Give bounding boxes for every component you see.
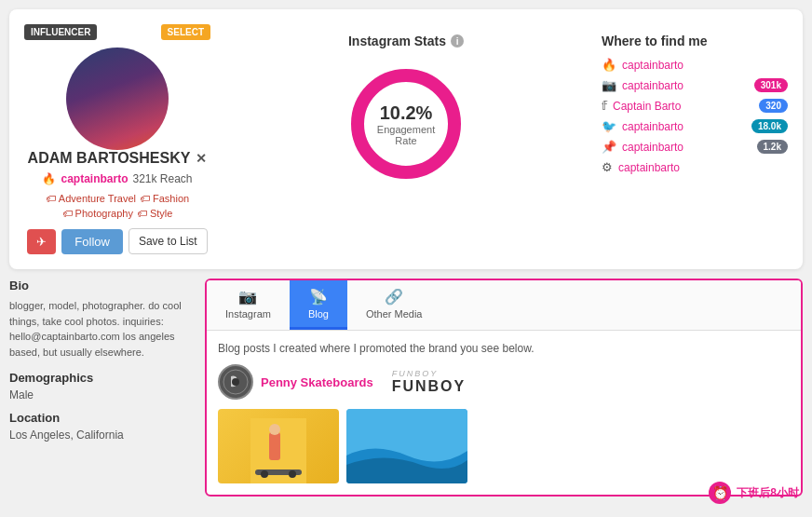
profile-column: INFLUENCER SELECT ADAM BARTOSHESKY ✕ 🔥 c… [24,24,210,254]
blog-image-yellow [218,409,339,483]
fire-icon: 🔥 [42,172,56,185]
social-row-facebook: 𝕗 Captain Barto 320 [602,99,788,113]
bookmark-icon: 🏷 [46,193,56,204]
watermark-icon: ⏰ [709,482,731,504]
instagram-handle-link[interactable]: captainbarto [61,172,128,185]
bio-column: Bio blogger, model, photographer. do coo… [9,279,205,497]
close-icon[interactable]: ✕ [196,151,207,166]
profile-name: ADAM BARTOSHESKY ✕ [28,150,208,167]
watermark-text: 下班后8小时 [737,485,799,501]
find-title: Where to find me [602,34,788,48]
blog-images-row [218,409,790,483]
bookmark-icon: 🏷 [62,208,73,219]
twitter-social-icon: 🐦 [602,119,616,133]
penny-logo [218,364,253,400]
penny-brand-name: Penny Skateboards [261,375,373,389]
tags-row: 🏷 Adventure Travel 🏷 Fashion 🏷 Photograp… [24,193,210,219]
tab-blog[interactable]: 📡 Blog [290,280,347,330]
bookmark-icon: 🏷 [137,208,147,219]
tabs-row: 📷 Instagram 📡 Blog 🔗 Other Media [207,280,801,331]
svg-point-3 [232,378,239,386]
select-badge: SELECT [161,24,210,40]
social-row-twitter: 🐦 captainbarto 18.0k [602,119,788,133]
svg-point-6 [261,470,268,478]
brand-funboy: FUNBOY FUNBOY [392,364,467,400]
other-media-tab-icon: 🔗 [385,288,403,306]
instagram-tab-label: Instagram [225,308,271,320]
tab-content: Blog posts I created where I promoted th… [207,331,801,495]
follow-button[interactable]: Follow [61,229,123,254]
blog-image-1 [218,409,339,483]
facebook-count-badge: 320 [759,99,788,113]
location-title: Location [9,411,190,425]
instagram-social-icon: 📷 [602,78,616,92]
social-link-other[interactable]: captainbarto [618,161,788,174]
blog-description: Blog posts I created where I promoted th… [218,342,790,355]
actions-row: ✈ Follow Save to List [27,228,207,254]
find-column: Where to find me 🔥 captainbarto 📷 captai… [602,24,788,181]
blog-image-2 [346,409,467,483]
profile-handle-row: 🔥 captainbarto 321k Reach [42,172,192,185]
funboy-small-text: FUNBOY [392,369,439,378]
avatar [66,48,169,150]
funboy-large-text: FUNBOY [392,378,467,395]
stats-column: Instagram Stats i 10.2% EngagementRate [229,24,583,184]
svg-rect-8 [269,432,280,460]
info-icon[interactable]: i [451,34,464,48]
engagement-label: EngagementRate [377,124,435,146]
bio-text: blogger, model, photographer. do cool th… [9,298,190,360]
social-row-pinterest: 📌 captainbarto 1.2k [602,140,788,154]
brand-row: Penny Skateboards FUNBOY FUNBOY [218,364,790,400]
instagram-tab-icon: 📷 [238,288,257,306]
engagement-percent: 10.2% [377,102,435,124]
bookmark-icon: 🏷 [140,193,150,204]
telegram-button[interactable]: ✈ [27,229,56,254]
engagement-donut: 10.2% EngagementRate [345,63,467,184]
social-link-pinterest[interactable]: captainbarto [622,141,751,154]
social-row-instagram-fire: 🔥 captainbarto [602,58,788,72]
brand-penny: Penny Skateboards [218,364,373,400]
instagram-count-badge: 301k [754,78,788,92]
pinterest-social-icon: 📌 [602,140,616,154]
save-to-list-button[interactable]: Save to List [129,228,208,254]
watermark: ⏰ 下班后8小时 [709,482,799,504]
reach-text: 321k Reach [132,172,192,185]
influencer-badge: INFLUENCER [24,24,97,40]
fire-social-icon: 🔥 [602,58,616,72]
tab-other-media[interactable]: 🔗 Other Media [347,280,441,330]
social-row-other: ⚙ captainbarto [602,160,788,174]
twitter-count-badge: 18.0k [751,119,788,133]
location-value: Los Angeles, California [9,429,190,442]
blog-image-blue [346,409,467,483]
tag-adventure-travel: 🏷 Adventure Travel [46,193,136,204]
bio-title: Bio [9,279,190,293]
profile-card: INFLUENCER SELECT ADAM BARTOSHESKY ✕ 🔥 c… [9,9,803,269]
stats-title: Instagram Stats i [348,34,464,48]
demographics-title: Demographics [9,371,190,385]
tag-style: 🏷 Style [137,208,172,219]
social-row-instagram: 📷 captainbarto 301k [602,78,788,92]
facebook-social-icon: 𝕗 [602,99,607,113]
social-link-fire[interactable]: captainbarto [622,59,788,72]
donut-text: 10.2% EngagementRate [377,102,435,146]
tag-photography: 🏷 Photography [62,208,133,219]
svg-point-7 [289,470,296,478]
top-section: INFLUENCER SELECT ADAM BARTOSHESKY ✕ 🔥 c… [24,24,788,254]
blog-tab-icon: 📡 [309,288,328,306]
social-link-instagram[interactable]: captainbarto [622,79,749,92]
social-link-facebook[interactable]: Captain Barto [613,100,753,113]
badges-row: INFLUENCER SELECT [24,24,210,40]
svg-point-9 [269,424,280,435]
media-panel: 📷 Instagram 📡 Blog 🔗 Other Media Blog po… [205,279,803,497]
bottom-section: Bio blogger, model, photographer. do coo… [9,279,803,497]
other-social-icon: ⚙ [602,160,613,174]
pinterest-count-badge: 1.2k [757,140,788,154]
blog-tab-label: Blog [308,308,329,320]
social-link-twitter[interactable]: captainbarto [622,120,746,133]
tag-fashion: 🏷 Fashion [140,193,189,204]
funboy-logo: FUNBOY FUNBOY [392,369,467,395]
demographics-value: Male [9,388,190,401]
other-media-tab-label: Other Media [366,308,423,320]
tab-instagram[interactable]: 📷 Instagram [207,280,290,330]
